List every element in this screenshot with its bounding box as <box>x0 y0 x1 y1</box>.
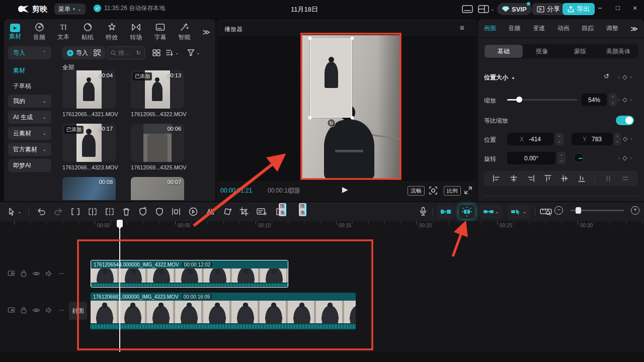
split-right-icon[interactable] <box>105 207 115 216</box>
media-card[interactable]: 00:04 17612065...4321.MOV <box>62 70 124 117</box>
link-clips-button[interactable]: ⌄ <box>479 205 503 219</box>
media-card[interactable]: 已添加 00:13 17612065...4322.MOV <box>131 70 192 117</box>
align-center-vertical-icon[interactable] <box>560 174 569 183</box>
more-icon[interactable]: ⋯ <box>55 307 67 314</box>
smart-cutout-icon[interactable] <box>138 207 148 217</box>
tab-text[interactable]: TI 文本 <box>57 24 69 41</box>
inspector-tabs-expand[interactable]: ≫ <box>630 25 638 33</box>
eye-icon[interactable] <box>32 307 40 314</box>
sidebar-item-jimeng-ai[interactable]: 即梦AI <box>8 159 51 172</box>
export-button[interactable]: 导出 <box>562 3 595 15</box>
eye-icon[interactable] <box>32 270 40 277</box>
focus-frame-icon[interactable] <box>429 186 438 195</box>
refresh-icon[interactable]: ↻ <box>136 50 141 56</box>
window-maximize-button[interactable]: □ <box>616 4 620 12</box>
keyframe-diamond-icon[interactable]: ◇ <box>622 96 627 103</box>
scale-value[interactable]: 54% <box>582 94 607 106</box>
sidebar-item-material[interactable]: 素材 <box>13 66 25 75</box>
media-card[interactable]: 00:06 17612069...4325.MOV <box>131 124 192 170</box>
keyframe-nav[interactable]: ‹◇› <box>618 154 632 161</box>
tab-picture[interactable]: 画面 <box>484 24 496 33</box>
grid-view-icon[interactable] <box>152 49 160 56</box>
position-y-field[interactable]: Y 783 <box>572 133 613 145</box>
mirror-track-icon[interactable] <box>171 207 181 216</box>
mute-speaker-icon[interactable] <box>45 270 53 277</box>
timeline-clip-main[interactable]: 1761206661.000000_IMG_4323.MOV 00:00:16:… <box>91 293 356 330</box>
undo-icon[interactable] <box>36 207 46 216</box>
subtab-mask[interactable]: 蒙版 <box>561 45 599 58</box>
tab-sticker[interactable]: 贴纸 <box>82 23 94 42</box>
reset-icon[interactable]: ↺ <box>604 72 609 80</box>
tab-transition[interactable]: 转场 <box>130 23 142 42</box>
section-position-size[interactable]: 位置大小 ▲ <box>484 73 515 82</box>
subtab-beauty[interactable]: 美颜美体 <box>599 45 637 58</box>
more-icon[interactable]: ⋯ <box>55 270 67 277</box>
rotate-handle[interactable]: ↻ <box>327 119 336 127</box>
align-bottom-icon[interactable] <box>578 174 586 183</box>
tab-captions[interactable]: 字幕 <box>154 23 166 42</box>
layout-switch-button[interactable]: ⌄ <box>478 5 495 14</box>
select-tool-button[interactable]: ⌄ <box>7 207 22 216</box>
zoom-out-icon[interactable]: − <box>554 206 563 215</box>
position-x-field[interactable]: X -414 <box>507 133 553 145</box>
preview-axis-button-active[interactable] <box>459 205 475 219</box>
lock-icon[interactable] <box>20 306 27 314</box>
search-input[interactable]: 搜... ↻ <box>107 46 145 59</box>
overlay-selection-box[interactable] <box>310 38 352 118</box>
sidebar-item-import[interactable]: 导入 ⌃ <box>8 46 51 59</box>
delete-icon[interactable] <box>122 207 131 216</box>
filter-button[interactable]: ⌄ <box>187 49 200 56</box>
quality-chip[interactable]: 流畅 <box>408 186 425 196</box>
selection-handle[interactable] <box>308 37 311 40</box>
playhead-line[interactable] <box>119 220 120 352</box>
sidebar-item-mine[interactable]: 我的⌄ <box>8 95 51 108</box>
sidebar-item-cloud[interactable]: 云素材⌄ <box>8 127 51 140</box>
play-button[interactable]: ▶ <box>342 185 348 194</box>
keyframe-nav[interactable]: ‹◇› <box>618 73 632 80</box>
tab-tracking[interactable]: 跟踪 <box>582 24 594 33</box>
tab-effects[interactable]: 特效 <box>106 23 118 42</box>
window-minimize-button[interactable]: − <box>598 4 602 12</box>
uniform-scale-toggle[interactable] <box>616 116 634 125</box>
flip-horizontal-icon[interactable] <box>205 207 215 216</box>
sort-button[interactable]: ⌄ <box>166 49 179 56</box>
keyframe-diamond-icon[interactable]: ◇ <box>622 73 627 80</box>
position-y-stepper[interactable]: ⌃⌄ <box>614 133 621 145</box>
scale-slider[interactable] <box>507 99 578 101</box>
crop-icon[interactable] <box>239 207 250 216</box>
subtab-basic[interactable]: 基础 <box>485 45 523 58</box>
cover-button[interactable]: 封面 <box>69 302 87 320</box>
share-button[interactable]: 分享 <box>532 3 565 15</box>
zoom-in-icon[interactable]: + <box>631 206 639 215</box>
zoom-slider-handle[interactable] <box>576 207 581 214</box>
slider-handle[interactable] <box>516 97 522 103</box>
player-menu-icon[interactable]: ≡ <box>460 23 464 32</box>
media-card[interactable]: 已添加 00:17 17612066...4323.MOV <box>62 124 124 170</box>
keyframe-nav[interactable]: ‹◇› <box>618 96 632 103</box>
selection-handle[interactable] <box>308 116 311 119</box>
rotate-dial[interactable] <box>574 153 584 163</box>
align-top-icon[interactable] <box>544 174 552 183</box>
snap-magnet-button[interactable] <box>437 205 454 219</box>
window-close-button[interactable]: × <box>633 4 637 12</box>
keyframe-diamond-icon[interactable]: ◇ <box>622 154 627 161</box>
tab-speed[interactable]: 变速 <box>533 24 545 33</box>
align-left-icon[interactable] <box>493 174 501 183</box>
fullscreen-icon[interactable] <box>464 186 472 195</box>
quality-levels-icon[interactable] <box>289 187 300 195</box>
microphone-icon[interactable] <box>419 207 428 217</box>
mute-speaker-icon[interactable] <box>45 307 53 314</box>
shortcut-keyboard-icon[interactable] <box>462 5 473 14</box>
ratio-chip[interactable]: 比例 <box>444 186 461 196</box>
timeline-ruler[interactable]: 00:00 00:05 00:10 00:15 00:20 00:25 00:3… <box>0 221 644 229</box>
align-right-icon[interactable] <box>527 174 535 183</box>
position-x-stepper[interactable]: ⌃⌄ <box>555 133 564 145</box>
svip-button[interactable]: SVIP <box>497 3 532 15</box>
selection-handle[interactable] <box>351 116 354 119</box>
align-center-horizontal-icon[interactable] <box>510 174 518 183</box>
mask-shield-icon[interactable] <box>155 207 164 216</box>
tab-animation[interactable]: 动画 <box>557 24 570 33</box>
tab-material[interactable]: ▶ 素材 <box>9 24 21 41</box>
import-media-button[interactable]: + 导入 <box>62 46 105 59</box>
scale-stepper[interactable]: ⌃⌄ <box>609 94 617 106</box>
